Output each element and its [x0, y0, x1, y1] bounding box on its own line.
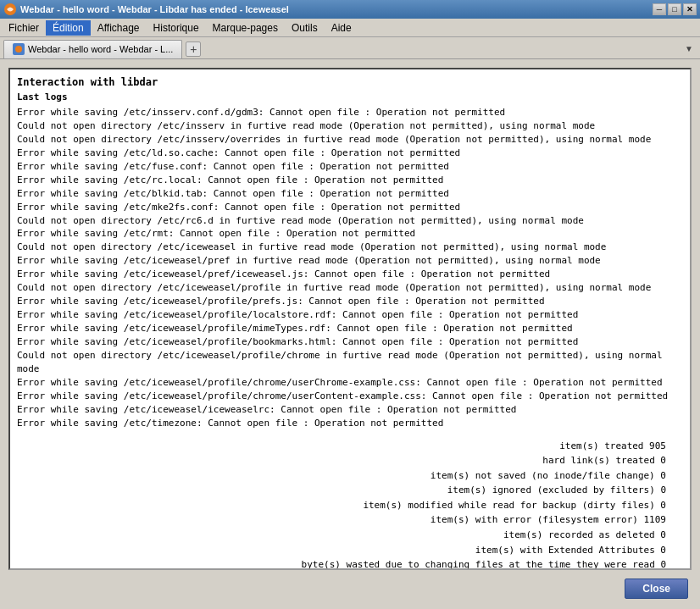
menu-bar: Fichier Édition Affichage Historique Mar…: [0, 19, 700, 37]
log-entry: Error while saving /etc/iceweasel/icewea…: [17, 403, 683, 417]
section-title: Interaction with libdar: [17, 76, 683, 88]
svg-point-1: [15, 46, 22, 53]
log-entry: Error while saving /etc/iceweasel/profil…: [17, 390, 683, 403]
tab-label: Webdar - hello word - Webdar - L...: [28, 44, 173, 54]
log-entries: Error while saving /etc/insserv.conf.d/g…: [17, 106, 683, 430]
log-entry: Error while saving /etc/iceweasel/profil…: [17, 308, 683, 322]
main-tab[interactable]: Webdar - hello word - Webdar - L...: [3, 40, 182, 58]
log-entry: Error while saving /etc/mke2fs.conf: Can…: [17, 201, 683, 214]
stat-line: byte(s) wasted due to changing files at …: [17, 557, 683, 570]
menu-historique[interactable]: Historique: [147, 20, 206, 36]
log-entry: Could not open directory /etc/iceweasel/…: [17, 281, 683, 295]
log-entry: Could not open directory /etc/insserv/ov…: [17, 133, 683, 147]
stat-line: item(s) recorded as deleted 0: [17, 528, 683, 543]
stat-line: item(s) not saved (no inode/file change)…: [17, 468, 683, 484]
stat-line: item(s) treated 905: [17, 439, 683, 454]
log-entry: Could not open directory /etc/rc6.d in f…: [17, 214, 683, 228]
title-bar-buttons: ─ □ ✕: [653, 3, 697, 15]
log-entry: Could not open directory /etc/insserv in…: [17, 119, 683, 133]
stat-line: item(s) modified while read for backup (…: [17, 498, 683, 513]
tab-favicon: [13, 43, 25, 55]
maximize-button[interactable]: □: [668, 3, 681, 15]
stat-line: item(s) ignored (excluded by filters) 0: [17, 483, 683, 498]
log-entry: Could not open directory /etc/iceweasel …: [17, 241, 683, 254]
log-entry: Error while saving /etc/iceweasel/pref/i…: [17, 268, 683, 281]
menu-fichier[interactable]: Fichier: [2, 20, 46, 36]
close-button[interactable]: Close: [625, 579, 688, 599]
bottom-bar: Close: [8, 577, 692, 601]
stat-line: hard link(s) treated 0: [17, 453, 683, 468]
main-content: Interaction with libdar Last logs Error …: [0, 59, 700, 609]
log-entry: Error while saving /etc/iceweasel/profil…: [17, 295, 683, 308]
window-title: Webdar - hello word - Webdar - Libdar ha…: [20, 4, 289, 14]
log-entry: Error while saving /etc/iceweasel/profil…: [17, 335, 683, 349]
new-tab-button[interactable]: +: [186, 42, 201, 57]
title-bar: Webdar - hello word - Webdar - Libdar ha…: [0, 0, 700, 19]
log-entry: Error while saving /etc/timezone: Cannot…: [17, 417, 683, 430]
menu-marque-pages[interactable]: Marque-pages: [206, 20, 285, 36]
tab-dropdown-button[interactable]: ▼: [681, 42, 697, 57]
menu-aide[interactable]: Aide: [325, 20, 358, 36]
log-entry: Error while saving /etc/rc.local: Cannot…: [17, 174, 683, 187]
close-window-button[interactable]: ✕: [683, 3, 697, 15]
menu-edition[interactable]: Édition: [46, 20, 91, 36]
log-entry: Error while saving /etc/iceweasel/profil…: [17, 376, 683, 390]
log-entry: Error while saving /etc/fuse.conf: Canno…: [17, 160, 683, 174]
tab-bar: Webdar - hello word - Webdar - L... + ▼: [0, 37, 700, 59]
log-entry: Error while saving /etc/ld.so.cache: Can…: [17, 147, 683, 160]
title-bar-left: Webdar - hello word - Webdar - Libdar ha…: [3, 3, 289, 16]
subsection-title: Last logs: [17, 91, 683, 102]
log-entry: Could not open directory /etc/iceweasel/…: [17, 349, 683, 376]
log-entry: Error while saving /etc/iceweasel/profil…: [17, 322, 683, 335]
app-icon: [3, 3, 17, 16]
log-entry: Error while saving /etc/rmt: Cannot open…: [17, 227, 683, 241]
stat-line: item(s) with error (filesystem error) 11…: [17, 512, 683, 528]
menu-affichage[interactable]: Affichage: [91, 20, 147, 36]
minimize-button[interactable]: ─: [653, 3, 666, 15]
log-panel: Interaction with libdar Last logs Error …: [8, 68, 692, 570]
log-stats: item(s) treated 905hard link(s) treated …: [17, 439, 683, 571]
log-entry: Error while saving /etc/iceweasel/pref i…: [17, 254, 683, 268]
menu-outils[interactable]: Outils: [285, 20, 325, 36]
stat-line: item(s) with Extended Attributes 0: [17, 543, 683, 558]
log-entry: Error while saving /etc/blkid.tab: Canno…: [17, 187, 683, 201]
log-entry: Error while saving /etc/insserv.conf.d/g…: [17, 106, 683, 119]
